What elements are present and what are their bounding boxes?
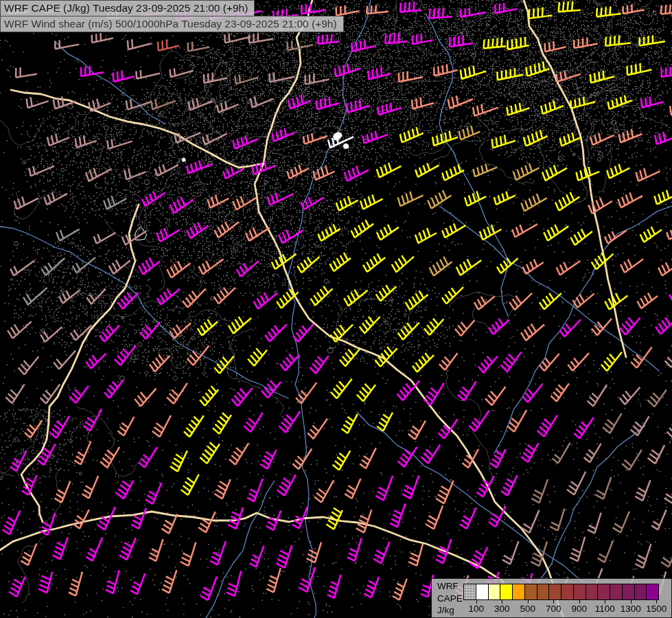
legend-color-box <box>548 584 561 600</box>
legend-color-box <box>634 584 647 600</box>
title-overlay: WRF CAPE (J/kg) Tuesday 23-09-2025 21:00… <box>0 0 344 32</box>
legend-colorbar: 100300500700900110013001500 <box>463 579 671 617</box>
weather-map: WRF CAPE (J/kg) Tuesday 23-09-2025 21:00… <box>0 0 672 618</box>
legend-title-line1: WRF <box>437 580 463 593</box>
legend-color-box <box>488 584 501 600</box>
legend-color-box <box>586 584 599 600</box>
legend-color-box <box>646 584 659 600</box>
cape-legend: WRF CAPE J/kg 10030050070090011001300150… <box>431 578 672 618</box>
map-canvas <box>0 0 672 618</box>
legend-color-box <box>622 584 635 600</box>
legend-title-line3: J/kg <box>437 604 463 617</box>
legend-color-box <box>537 584 550 600</box>
legend-title-line2: CAPE <box>437 593 463 605</box>
legend-title: WRF CAPE J/kg <box>437 580 463 617</box>
legend-color-box <box>463 584 476 600</box>
legend-color-box <box>561 584 574 600</box>
legend-color-box <box>500 584 513 600</box>
title-line-shear: WRF Wind shear (m/s) 500/1000hPa Tuesday… <box>0 16 344 32</box>
legend-tick-label: 1500 <box>640 604 672 614</box>
title-line-cape: WRF CAPE (J/kg) Tuesday 23-09-2025 21:00… <box>0 0 255 16</box>
legend-color-box <box>524 584 537 600</box>
legend-color-box <box>573 584 586 600</box>
legend-color-box <box>476 584 489 600</box>
legend-color-box <box>597 584 610 600</box>
legend-color-boxes <box>463 584 659 600</box>
legend-color-box <box>512 584 525 600</box>
legend-color-box <box>610 584 623 600</box>
